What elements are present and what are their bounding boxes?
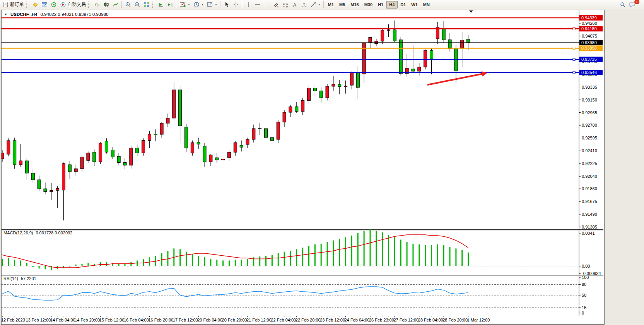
toolbar-separator [121, 1, 122, 8]
cursor-button[interactable] [222, 0, 231, 9]
macd-histogram-bar [327, 242, 328, 266]
candle-body [430, 50, 433, 59]
price-tick-label: 0.94075 [582, 34, 597, 38]
search-button[interactable] [618, 0, 627, 9]
candle-body [154, 134, 157, 135]
candle-body [319, 91, 323, 98]
candlestick-chart-button[interactable] [102, 0, 111, 9]
bar-chart-button[interactable] [92, 0, 102, 9]
toolbar-separator [220, 1, 221, 8]
price-tick-label: 0.94260 [582, 21, 597, 26]
zoom-in-icon [125, 2, 131, 8]
vertical-line-icon [245, 2, 251, 8]
gold-button[interactable] [31, 0, 40, 9]
candle-body [326, 86, 329, 98]
vertical-line-button[interactable] [244, 0, 253, 9]
text-button[interactable]: A [290, 0, 299, 9]
toolbar-grip [152, 2, 155, 8]
period-button[interactable]: ▼ [192, 0, 205, 9]
zoom-in-button[interactable] [123, 0, 133, 9]
tab-timeframe-m1[interactable]: M1 [325, 1, 337, 8]
line-handle[interactable] [573, 47, 575, 49]
add-indicator-icon [179, 2, 186, 8]
line-chart-button[interactable] [111, 0, 120, 9]
tab-timeframe-d1[interactable]: D1 [398, 1, 408, 8]
price-tick-label: 0.92410 [582, 148, 597, 153]
tile-windows-button[interactable] [142, 0, 151, 9]
price-line-badge-label: 0.93546 [581, 70, 597, 75]
macd-histogram-bar [222, 260, 224, 266]
new-order-button[interactable]: 新订单 [1, 0, 26, 9]
candle-body [209, 155, 212, 162]
rsi-indicator-label: RSI(14) 57.2201 [3, 276, 36, 281]
crosshair-button[interactable] [231, 0, 241, 9]
macd-histogram-bar [149, 257, 150, 266]
macd-histogram-bar [259, 256, 260, 266]
candle-body [234, 143, 237, 152]
mt4-window: 新订单 自动交易 [0, 0, 644, 325]
tab-timeframe-m30[interactable]: M30 [362, 1, 375, 8]
date-tick-label: 27 Feb 12:00 [393, 318, 419, 322]
chevron-down-icon: ▼ [215, 3, 217, 6]
horizontal-line-button[interactable] [253, 0, 262, 9]
period-icon [193, 2, 200, 8]
tab-timeframe-m5[interactable]: M5 [337, 1, 348, 8]
macd-histogram-bar [333, 241, 334, 266]
macd-histogram-bar [407, 242, 408, 266]
candle-body [191, 143, 194, 153]
macd-histogram-bar [357, 233, 359, 266]
price-tick-label: 0.93335 [582, 85, 597, 89]
candle-body [461, 40, 464, 48]
macd-histogram-bar [186, 252, 187, 266]
macd-histogram-bar [14, 260, 15, 266]
toolbar-grip [26, 2, 29, 8]
fibonacci-button[interactable]: F [281, 0, 290, 9]
line-handle[interactable] [573, 58, 575, 60]
chart-canvas[interactable]: 0.942600.940750.938900.937050.935200.933… [2, 10, 603, 323]
price-tick-label: 0.91305 [582, 225, 597, 229]
text-label-button[interactable]: T [299, 0, 309, 9]
market-watch-button[interactable] [40, 0, 49, 9]
chart-template-button[interactable]: ▼ [205, 0, 219, 9]
toolbar-separator [176, 1, 177, 8]
macd-histogram-bar [125, 264, 126, 266]
arrows-button[interactable]: ▼ [309, 0, 322, 9]
toolbar: 新订单 自动交易 [0, 0, 644, 9]
zoom-out-button[interactable] [133, 0, 142, 9]
auto-scroll-button[interactable] [156, 0, 166, 9]
equidistant-channel-button[interactable]: E [272, 0, 281, 9]
candle-body [215, 158, 219, 160]
chevron-down-icon: ▼ [201, 3, 204, 6]
candle-body [240, 145, 243, 147]
trendline-button[interactable] [262, 0, 272, 9]
toolbar-grip [88, 2, 91, 8]
add-indicator-button[interactable]: ▼ [178, 0, 192, 9]
macd-histogram-bar [437, 244, 438, 266]
macd-histogram-bar [192, 254, 193, 266]
candle-body [74, 169, 77, 172]
autotrade-button[interactable]: 自动交易 [58, 0, 87, 9]
macd-histogram-bar [179, 249, 181, 266]
tab-timeframe-w1[interactable]: W1 [408, 1, 420, 8]
chart-header[interactable]: ▼ USDCHF-,H4 0.94022 0.94031 0.93971 0.9… [4, 12, 108, 17]
candle-body [424, 50, 427, 67]
horizontal-line-icon [255, 2, 261, 8]
tab-timeframe-h4[interactable]: H4 [386, 1, 398, 9]
chart-shift-button[interactable] [166, 0, 175, 9]
macd-histogram-bar [8, 258, 9, 266]
macd-tick-label: 0.0041 [582, 231, 595, 236]
price-line-badge-label: 0.94180 [581, 26, 597, 31]
line-handle[interactable] [573, 71, 575, 74]
chat-button[interactable]: 1 [627, 0, 637, 9]
macd-histogram-bar [351, 236, 352, 266]
line-chart-icon [113, 2, 119, 8]
macd-histogram-bar [308, 246, 309, 266]
line-handle[interactable] [573, 28, 575, 30]
symbol-period-label: USDCHF-,H4 [10, 12, 38, 17]
tab-timeframe-m15[interactable]: M15 [348, 1, 361, 8]
candle-body [197, 142, 200, 144]
tab-timeframe-h1[interactable]: H1 [375, 1, 386, 8]
tab-timeframe-mn[interactable]: MN [420, 1, 432, 8]
signal-button[interactable] [49, 0, 58, 9]
candle-body [467, 39, 470, 43]
